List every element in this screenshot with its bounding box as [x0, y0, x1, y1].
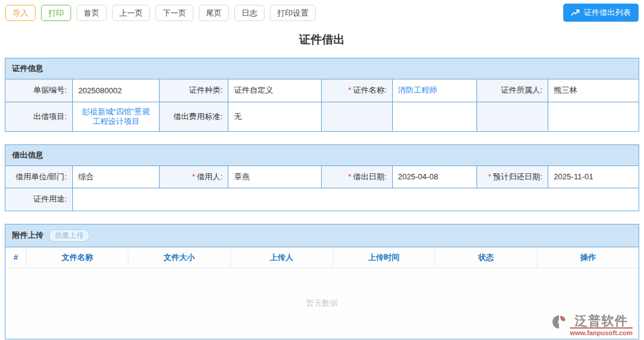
field-label-cert-type: 证件种类:: [159, 79, 228, 102]
field-label-empty: [477, 102, 548, 131]
col-header-upload-time: 上传时间: [333, 247, 434, 268]
attachments-panel: 附件上传 批量上传 # 文件名称 文件大小 上传人 上传时间 状态 操作 暂无数…: [5, 224, 639, 339]
col-header-uploader: 上传人: [230, 247, 333, 268]
field-value-empty: [548, 102, 639, 131]
lend-info-title: 借出信息: [12, 150, 43, 161]
field-value-cert-purpose: [72, 188, 639, 211]
lend-info-header: 借出信息: [5, 145, 639, 166]
field-value-lend-date: 2025-04-08: [392, 166, 477, 188]
field-label-cert-purpose: 证件用途:: [5, 188, 72, 211]
field-value-borrow-dept: 综合: [72, 166, 159, 188]
vendor-name: 泛普软件: [575, 314, 628, 327]
field-value-cert-type: 证件自定义: [228, 79, 321, 102]
vendor-url: www.fanpusoft.com: [570, 327, 633, 336]
field-label-borrow-dept: 借用单位/部门:: [5, 166, 72, 188]
table-row: 单据编号: 2025080002 证件种类: 证件自定义 *证件名称: 消防工程…: [5, 79, 639, 102]
table-row: 出借项目: 彭祖新城“四馆”景观工程设计项目 借出费用标准: 无: [5, 102, 639, 131]
certificate-info-table: 单据编号: 2025080002 证件种类: 证件自定义 *证件名称: 消防工程…: [5, 79, 639, 131]
field-label-bill-number: 单据编号:: [5, 79, 72, 102]
batch-upload-button[interactable]: 批量上传: [49, 229, 90, 242]
table-row: 借用单位/部门: 综合 *借用人: 章燕 *借出日期: 2025-04-08 *…: [5, 166, 639, 188]
certificate-info-header: 证件信息: [5, 58, 639, 79]
field-label-lend-date: *借出日期:: [321, 166, 392, 188]
lend-info-table: 借用单位/部门: 综合 *借用人: 章燕 *借出日期: 2025-04-08 *…: [5, 166, 639, 211]
field-label-borrower: *借用人:: [159, 166, 228, 188]
col-header-file-size: 文件大小: [128, 247, 230, 268]
attachments-empty-area: 暂无数据 泛普软件 www.fanpusoft.com: [5, 268, 639, 339]
lend-project-link[interactable]: 彭祖新城“四馆”景观工程设计项目: [82, 107, 150, 126]
col-header-file-name: 文件名称: [27, 247, 128, 268]
certificate-lend-list-label: 证件借出列表: [584, 7, 631, 18]
field-value-empty: [392, 102, 477, 131]
attachments-table-header-row: # 文件名称 文件大小 上传人 上传时间 状态 操作: [5, 247, 639, 268]
attachments-header: 附件上传 批量上传: [5, 224, 639, 247]
first-page-button[interactable]: 首页: [77, 5, 107, 21]
empty-state-text: 暂无数据: [5, 298, 639, 309]
col-header-status: 状态: [435, 247, 537, 268]
import-button[interactable]: 导入: [5, 5, 36, 21]
vendor-logo-text: 泛普软件 www.fanpusoft.com: [570, 314, 633, 336]
cert-name-link[interactable]: 消防工程师: [398, 85, 437, 94]
field-value-cert-owner: 熊三林: [548, 79, 639, 102]
fanpu-logo-icon: [552, 314, 567, 332]
field-value-expected-return-date: 2025-11-01: [548, 166, 639, 188]
field-label-lend-fee-standard: 借出费用标准:: [159, 102, 228, 131]
required-mark: *: [348, 85, 351, 94]
log-button[interactable]: 日志: [234, 5, 264, 21]
field-value-borrower: 章燕: [228, 166, 321, 188]
attachments-title: 附件上传: [12, 230, 43, 241]
field-label-empty: [321, 102, 392, 131]
field-value-cert-name: 消防工程师: [392, 79, 477, 102]
field-value-lend-fee-standard: 无: [228, 102, 321, 131]
certificate-lend-list-button[interactable]: 证件借出列表: [563, 4, 639, 22]
required-mark: *: [488, 172, 491, 181]
required-mark: *: [348, 172, 351, 181]
field-label-cert-owner: 证件所属人:: [477, 79, 548, 102]
attachments-table: # 文件名称 文件大小 上传人 上传时间 状态 操作: [5, 247, 639, 268]
field-label-cert-name: *证件名称:: [321, 79, 392, 102]
certificate-info-panel: 证件信息 单据编号: 2025080002 证件种类: 证件自定义 *证件名称:…: [5, 58, 639, 132]
page-title: 证件借出: [0, 32, 644, 48]
print-settings-button[interactable]: 打印设置: [270, 5, 316, 21]
field-label-lend-project: 出借项目:: [5, 102, 72, 131]
lend-info-panel: 借出信息 借用单位/部门: 综合 *借用人: 章燕 *借出日期: 2025-04…: [5, 144, 639, 211]
field-value-bill-number: 2025080002: [72, 79, 159, 102]
field-value-lend-project: 彭祖新城“四馆”景观工程设计项目: [72, 102, 159, 131]
trend-line-icon: [571, 9, 580, 17]
vendor-logo: 泛普软件 www.fanpusoft.com: [552, 314, 633, 336]
last-page-button[interactable]: 尾页: [199, 5, 229, 21]
print-button[interactable]: 打印: [41, 5, 71, 21]
certificate-info-title: 证件信息: [12, 63, 43, 74]
next-page-button[interactable]: 下一页: [155, 5, 193, 21]
toolbar: 导入 打印 首页 上一页 下一页 尾页 日志 打印设置 证件借出列表: [0, 0, 644, 24]
col-header-index: #: [5, 247, 27, 268]
col-header-actions: 操作: [537, 247, 639, 268]
prev-page-button[interactable]: 上一页: [112, 5, 150, 21]
required-mark: *: [192, 172, 195, 181]
field-label-expected-return-date: *预计归还日期:: [477, 166, 548, 188]
table-row: 证件用途:: [5, 188, 639, 211]
